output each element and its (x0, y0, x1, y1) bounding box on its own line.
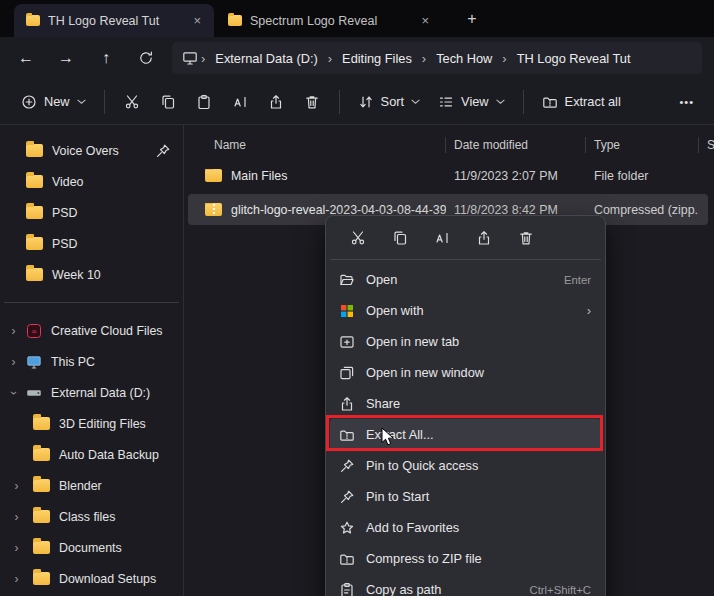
file-explorer-window: TH Logo Reveal Tut × Spectrum Logo Revea… (0, 0, 714, 596)
breadcrumb-item[interactable]: External Data (D:) (208, 51, 324, 66)
sidebar-item-label: Voice Overs (52, 144, 119, 158)
monitor-icon (26, 354, 42, 370)
sidebar-item-creative-cloud[interactable]: › ∞ Creative Cloud Files (0, 315, 183, 346)
menu-item-label: Pin to Quick access (366, 458, 478, 473)
refresh-button[interactable] (126, 41, 166, 75)
up-button[interactable]: ↑ (86, 41, 126, 75)
sidebar-item-class-files[interactable]: › Class files (0, 501, 183, 532)
chevron-down-icon (411, 99, 420, 105)
sidebar-item-this-pc[interactable]: › This PC (0, 346, 183, 377)
tab-title: Spectrum Logo Reveal (250, 14, 408, 28)
extract-all-button-label: Extract all (565, 94, 621, 109)
sidebar-item-video[interactable]: Video (0, 166, 183, 197)
folder-icon (26, 144, 43, 157)
menu-item-shortcut: Enter (564, 274, 591, 286)
copy-button[interactable] (380, 223, 420, 253)
menu-item-add-to-favorites[interactable]: Add to Favorites (330, 512, 601, 543)
menu-item-share[interactable]: Share (330, 388, 601, 419)
sidebar-item-label: Download Setups (59, 572, 156, 586)
sidebar-item-psd-2[interactable]: PSD (0, 228, 183, 259)
zip-folder-icon (339, 551, 355, 567)
toolbar-divider (339, 90, 340, 114)
new-button[interactable]: New (12, 87, 95, 117)
chevron-down-icon (77, 99, 86, 105)
tab-th-logo-reveal[interactable]: TH Logo Reveal Tut × (14, 4, 214, 37)
share-button[interactable] (464, 223, 504, 253)
new-tab-button[interactable]: + (458, 5, 486, 33)
zip-folder-icon (205, 203, 222, 216)
view-button[interactable]: View (429, 87, 514, 117)
context-menu-icon-row (330, 220, 601, 260)
column-header-size[interactable]: S (699, 137, 714, 153)
trash-icon (304, 94, 320, 110)
menu-item-shortcut: Ctrl+Shift+C (529, 584, 591, 596)
zip-folder-icon (542, 94, 558, 110)
file-type: Compressed (zipp... (586, 203, 699, 217)
chevron-right-icon[interactable]: › (12, 510, 21, 524)
tab-title: TH Logo Reveal Tut (48, 14, 180, 28)
menu-item-extract-all[interactable]: Extract All... (330, 419, 601, 450)
tab-spectrum-logo-reveal[interactable]: Spectrum Logo Reveal × (216, 4, 442, 37)
chevron-down-icon[interactable]: › (7, 388, 21, 397)
back-button[interactable]: ← (6, 41, 46, 75)
chevron-right-icon[interactable]: › (9, 355, 18, 369)
delete-button[interactable] (294, 85, 330, 119)
tab-close-icon[interactable]: × (188, 13, 206, 28)
sidebar-item-voice-overs[interactable]: Voice Overs (0, 135, 183, 166)
column-header-name[interactable]: Name (184, 137, 446, 153)
context-menu: Open Enter Open with › Open in new tab O… (325, 215, 606, 596)
paste-button[interactable] (186, 85, 222, 119)
chevron-right-icon[interactable]: › (12, 479, 21, 493)
column-header-date-modified[interactable]: Date modified (446, 137, 586, 153)
menu-item-open-in-new-window[interactable]: Open in new window (330, 357, 601, 388)
column-header-type[interactable]: Type (586, 137, 699, 153)
cut-button[interactable] (338, 223, 378, 253)
extract-all-button[interactable]: Extract all (533, 87, 630, 117)
rename-button[interactable] (222, 85, 258, 119)
rename-button[interactable] (422, 223, 462, 253)
sidebar-item-label: Video (52, 175, 83, 189)
zip-folder-icon (339, 427, 355, 443)
chevron-right-icon[interactable]: › (12, 541, 21, 555)
more-options-button[interactable]: ••• (671, 92, 702, 112)
menu-item-label: Add to Favorites (366, 520, 459, 535)
forward-button[interactable]: → (46, 41, 86, 75)
menu-item-compress-to-zip[interactable]: Compress to ZIP file (330, 543, 601, 574)
sort-icon (358, 94, 374, 110)
menu-item-copy-as-path[interactable]: Copy as path Ctrl+Shift+C (330, 574, 601, 596)
share-icon (339, 396, 355, 412)
menu-item-open-in-new-tab[interactable]: Open in new tab (330, 326, 601, 357)
sidebar-item-week-10[interactable]: Week 10 (0, 259, 183, 290)
breadcrumb-item[interactable]: TH Logo Reveal Tut (510, 51, 638, 66)
menu-item-label: Open in new tab (366, 334, 459, 349)
breadcrumb-item[interactable]: Tech How (429, 51, 499, 66)
delete-button[interactable] (506, 223, 546, 253)
cut-button[interactable] (114, 85, 150, 119)
sort-button[interactable]: Sort (349, 87, 429, 117)
copy-button[interactable] (150, 85, 186, 119)
chevron-right-icon: › (421, 51, 427, 66)
folder-icon (26, 15, 40, 26)
sidebar-item-3d-editing-files[interactable]: 3D Editing Files (0, 408, 183, 439)
sidebar-item-label: Auto Data Backup (59, 448, 159, 462)
sidebar-item-psd[interactable]: PSD (0, 197, 183, 228)
folder-icon (33, 541, 50, 554)
share-button[interactable] (258, 85, 294, 119)
file-row-main-files[interactable]: Main Files 11/9/2023 2:07 PM File folder (188, 160, 708, 191)
breadcrumb-item[interactable]: Editing Files (335, 51, 419, 66)
tab-close-icon[interactable]: × (416, 13, 434, 28)
chevron-right-icon[interactable]: › (12, 572, 21, 586)
sidebar-item-external-data[interactable]: › External Data (D:) (0, 377, 183, 408)
menu-item-pin-to-start[interactable]: Pin to Start (330, 481, 601, 512)
folder-icon (33, 479, 50, 492)
sidebar-item-download-setups[interactable]: › Download Setups (0, 563, 183, 594)
menu-item-pin-to-quick-access[interactable]: Pin to Quick access (330, 450, 601, 481)
menu-item-open-with[interactable]: Open with › (330, 295, 601, 326)
sidebar-item-auto-data-backup[interactable]: Auto Data Backup (0, 439, 183, 470)
chevron-right-icon[interactable]: › (9, 324, 18, 338)
sidebar-item-documents[interactable]: › Documents (0, 532, 183, 563)
breadcrumb[interactable]: › External Data (D:) › Editing Files › T… (172, 42, 702, 74)
sidebar-item-label: PSD (52, 237, 77, 251)
menu-item-open[interactable]: Open Enter (330, 264, 601, 295)
sidebar-item-blender[interactable]: › Blender (0, 470, 183, 501)
